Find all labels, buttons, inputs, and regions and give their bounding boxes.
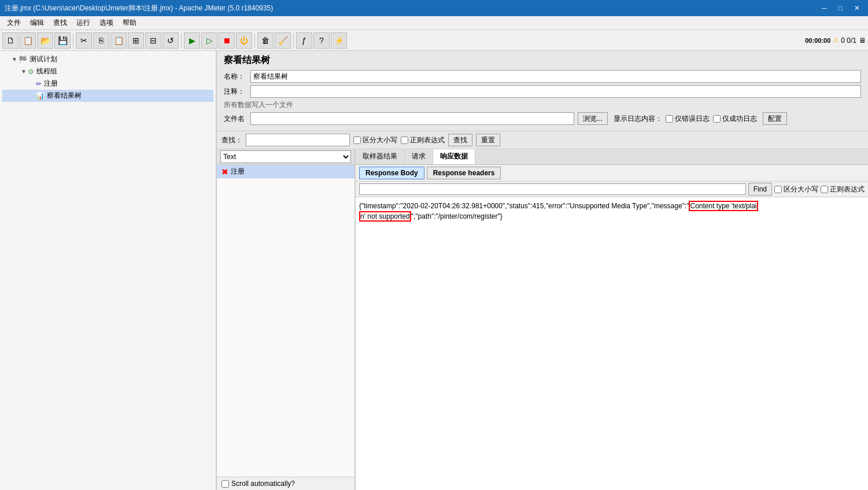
response-text: {"timestamp":"2020-02-20T04:26:32.981+00… xyxy=(359,201,865,222)
toolbar-functions[interactable]: ƒ xyxy=(296,32,312,49)
toolbar-paste[interactable]: 📋 xyxy=(110,32,127,49)
scroll-auto-checkbox[interactable] xyxy=(221,480,229,488)
run-count: 0 0/1 xyxy=(841,36,856,45)
warning-icon: ⚠ xyxy=(833,36,839,44)
file-name-label: 文件名 xyxy=(224,114,247,124)
toolbar-copy[interactable]: ⎘ xyxy=(93,32,109,49)
config-button[interactable]: 配置 xyxy=(763,112,787,125)
response-tabs: 取样器结果 请求 响应数据 xyxy=(356,149,868,165)
toolbar-clear[interactable]: 🗑 xyxy=(257,32,274,49)
toolbar-toggle[interactable]: ↺ xyxy=(162,32,179,49)
toolbar-stop[interactable]: ⏹ xyxy=(219,32,235,49)
menu-bar: 文件 编辑 查找 运行 选项 帮助 xyxy=(0,16,868,30)
tab-sampler-result[interactable]: 取样器结果 xyxy=(356,149,405,164)
sample-list-header: Text XML HTML JSON xyxy=(217,149,354,165)
response-panel: 取样器结果 请求 响应数据 Response Body Response hea… xyxy=(356,149,868,490)
scroll-auto: Scroll automatically? xyxy=(217,477,354,490)
find-case-checkbox[interactable] xyxy=(774,186,782,193)
search-input[interactable] xyxy=(246,134,350,146)
error-log-checkbox[interactable] xyxy=(666,115,673,123)
sample-items: ✖ 注册 xyxy=(217,165,354,477)
search-bar: 查找： 区分大小写 正则表达式 查找 重置 xyxy=(217,131,868,149)
menu-search[interactable]: 查找 xyxy=(49,17,72,29)
response-highlight1: Content type 'text/plai xyxy=(689,201,758,211)
toolbar-start[interactable]: ▶ xyxy=(184,32,200,49)
error-icon: ✖ xyxy=(221,167,228,176)
toolbar-open[interactable]: 📂 xyxy=(37,32,53,49)
toolbar-template[interactable]: 📋 xyxy=(20,32,36,49)
search-label: 查找： xyxy=(221,135,242,145)
toolbar-new[interactable]: 🗋 xyxy=(2,32,19,49)
name-label: 名称： xyxy=(224,72,247,82)
search-button[interactable]: 查找 xyxy=(448,134,472,146)
tree-item-result-tree[interactable]: ▶ 📊 察看结果树 xyxy=(2,90,213,102)
close-button[interactable]: ✕ xyxy=(851,3,863,13)
tree-label-test-plan: 测试计划 xyxy=(29,54,57,64)
toolbar-expand[interactable]: ⊞ xyxy=(128,32,144,49)
comment-input[interactable] xyxy=(250,85,861,98)
toolbar-help[interactable]: ? xyxy=(313,32,330,49)
panel-title: 察看结果树 xyxy=(224,54,861,67)
listener-icon: 📊 xyxy=(36,92,45,100)
case-sensitive-label[interactable]: 区分大小写 xyxy=(353,135,397,145)
error-log-label[interactable]: 仅错误日志 xyxy=(666,114,710,124)
success-log-checkbox[interactable] xyxy=(713,115,721,123)
file-name-input[interactable] xyxy=(250,112,574,125)
scroll-auto-label: Scroll automatically? xyxy=(231,480,295,488)
panel-header: 察看结果树 名称： 注释： 所有数据写入一个文件 文件名 浏览... 显示日志内… xyxy=(217,51,868,131)
browse-button[interactable]: 浏览... xyxy=(578,112,608,125)
tree-item-test-plan[interactable]: ▼ 🏁 测试计划 xyxy=(2,53,213,65)
regex-checkbox[interactable] xyxy=(401,137,408,144)
minimize-button[interactable]: ─ xyxy=(818,3,830,13)
find-case-label[interactable]: 区分大小写 xyxy=(774,185,818,194)
file-section: 所有数据写入一个文件 xyxy=(224,100,861,110)
comment-label: 注释： xyxy=(224,87,247,97)
toolbar-shutdown[interactable]: ⏻ xyxy=(236,32,252,49)
tree-label-result-tree: 察看结果树 xyxy=(47,91,82,101)
sample-list: Text XML HTML JSON ✖ 注册 Scroll automatic… xyxy=(217,149,356,490)
folder-icon: 🏁 xyxy=(19,56,27,64)
format-dropdown[interactable]: Text XML HTML JSON xyxy=(220,150,351,163)
menu-edit[interactable]: 编辑 xyxy=(25,17,49,29)
comment-row: 注释： xyxy=(224,85,861,98)
toolbar-start-nopauses[interactable]: ▷ xyxy=(201,32,217,49)
tree-label-thread-group: 线程组 xyxy=(36,67,57,76)
name-input[interactable] xyxy=(250,70,861,83)
log-label: 显示日志内容： xyxy=(614,114,662,124)
regex-label[interactable]: 正则表达式 xyxy=(401,135,445,145)
subtab-response-headers[interactable]: Response headers xyxy=(427,167,501,179)
tab-request[interactable]: 请求 xyxy=(405,149,433,164)
success-log-label[interactable]: 仅成功日志 xyxy=(713,114,757,124)
title-bar-title: 注册.jmx (C:\Users\acer\Desktop\Jmeter脚本\注… xyxy=(5,3,273,13)
reset-button[interactable]: 重置 xyxy=(476,134,500,146)
response-part1: {"timestamp":"2020-02-20T04:26:32.981+00… xyxy=(359,202,689,210)
find-button[interactable]: Find xyxy=(748,183,772,196)
menu-run[interactable]: 运行 xyxy=(72,17,95,29)
test-icon: ✏ xyxy=(36,80,42,88)
menu-options[interactable]: 选项 xyxy=(95,17,118,29)
separator-4 xyxy=(293,34,294,47)
toolbar-remote[interactable]: ⚡ xyxy=(331,32,347,49)
toolbar-clear-all[interactable]: 🧹 xyxy=(275,32,291,49)
subtab-response-body[interactable]: Response Body xyxy=(359,167,424,179)
tree-item-register[interactable]: ▶ ✏ 注册 xyxy=(2,78,213,90)
tree-item-thread-group[interactable]: ▼ ⚙ 线程组 xyxy=(2,65,213,78)
sample-item-register[interactable]: ✖ 注册 xyxy=(217,165,354,179)
tab-response-data[interactable]: 响应数据 xyxy=(433,149,475,164)
toolbar-cut[interactable]: ✂ xyxy=(76,32,92,49)
maximize-button[interactable]: □ xyxy=(835,3,846,13)
content-area: Text XML HTML JSON ✖ 注册 Scroll automatic… xyxy=(217,149,868,490)
toolbar-collapse[interactable]: ⊟ xyxy=(145,32,161,49)
menu-file[interactable]: 文件 xyxy=(2,17,25,29)
thread-group-icon: ⚙ xyxy=(28,68,34,76)
toolbar-right: 00:00:00 ⚠ 0 0/1 🖥 xyxy=(805,36,866,45)
find-regex-checkbox[interactable] xyxy=(821,186,828,193)
case-sensitive-checkbox[interactable] xyxy=(353,137,361,144)
title-bar: 注册.jmx (C:\Users\acer\Desktop\Jmeter脚本\注… xyxy=(0,0,868,16)
find-input[interactable] xyxy=(359,183,746,195)
toolbar: 🗋 📋 📂 💾 ✂ ⎘ 📋 ⊞ ⊟ ↺ ▶ ▷ ⏹ ⏻ 🗑 🧹 ƒ ? ⚡ 00… xyxy=(0,30,868,51)
toolbar-save[interactable]: 💾 xyxy=(54,32,71,49)
menu-help[interactable]: 帮助 xyxy=(118,17,141,29)
find-regex-label[interactable]: 正则表达式 xyxy=(821,185,865,194)
expand-arrow-test-plan: ▼ xyxy=(12,56,17,62)
